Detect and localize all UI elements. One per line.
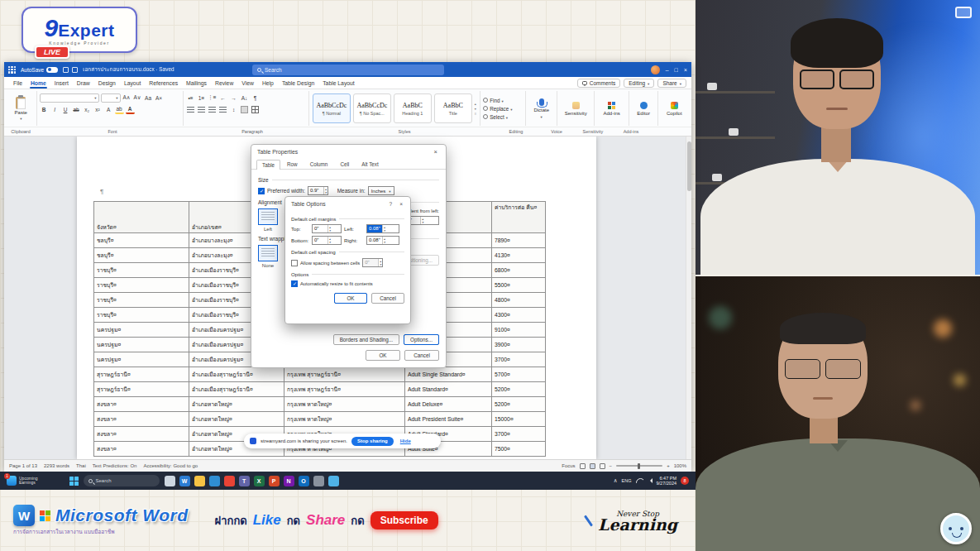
tp-tab-table[interactable]: Table (256, 160, 280, 170)
align-center-icon[interactable] (197, 105, 206, 114)
tab-design[interactable]: Design (94, 79, 120, 88)
table-cell[interactable]: สุราษฎร์ธานี¤ (94, 367, 189, 382)
justify-icon[interactable] (218, 105, 227, 114)
document-title[interactable]: เอกสารประกอบการอบรม.docx ∙ Saved (83, 65, 174, 74)
table-cell[interactable]: 3900¤ (492, 338, 546, 352)
table-cell[interactable]: อำเภอเมืองสุราษฎร์ธานี¤ (189, 382, 284, 397)
maximize-button[interactable]: □ (675, 67, 678, 73)
spinner-arrows-icon[interactable] (382, 237, 386, 244)
clock[interactable]: 6:47 PM9/27/2024 (657, 476, 676, 486)
bottom-margin-spinner[interactable]: 0" (312, 236, 342, 245)
spinner-arrows-icon[interactable] (420, 217, 424, 224)
spinner-arrows-icon[interactable] (323, 187, 327, 194)
multilevel-list-icon[interactable]: ⋮≡ (208, 93, 217, 103)
taskbar-app-settings[interactable] (313, 476, 324, 486)
table-cell[interactable]: Adult President Suite¤ (405, 412, 492, 427)
scrollbar-thumb[interactable] (687, 141, 691, 191)
clear-formatting-icon[interactable]: A× (155, 93, 164, 103)
editing-item-replace[interactable]: Replace (483, 104, 523, 113)
table-cell[interactable]: ราชบุรี¤ (94, 293, 189, 308)
highlight-color-icon[interactable]: ab (115, 105, 124, 114)
style-card[interactable]: AaBbCcDc¶ No Spac... (353, 93, 391, 123)
wifi-icon[interactable] (636, 478, 643, 483)
vertical-scrollbar[interactable] (686, 137, 691, 459)
table-cell[interactable]: กรุงเทพ หาดใหญ่¤ (284, 397, 405, 412)
font-name-dropdown[interactable] (40, 93, 99, 103)
language-switcher[interactable]: ENG (622, 478, 632, 483)
chevron-up-icon[interactable]: ▴ (475, 102, 476, 106)
editing-item-find[interactable]: Find (483, 96, 523, 104)
tp-tab-cell[interactable]: Cell (334, 159, 355, 169)
borders-shading-button[interactable]: Borders and Shading... (333, 334, 399, 345)
dialog-titlebar[interactable]: Table Options ? × (285, 197, 410, 210)
table-cell[interactable]: สงขลา¤ (94, 442, 189, 457)
auto-resize-checkbox[interactable] (291, 280, 298, 287)
table-cell[interactable]: กรุงเทพ สุราษฎร์ธานี¤ (284, 367, 405, 382)
taskbar-app-excel[interactable]: X (254, 476, 265, 486)
to-cancel-button[interactable]: Cancel (371, 293, 404, 304)
indent-icon[interactable]: → (229, 93, 238, 103)
user-avatar[interactable] (651, 65, 660, 74)
tp-ok-button[interactable]: OK (366, 350, 400, 361)
tab-references[interactable]: References (145, 79, 182, 88)
superscript-icon[interactable]: x² (93, 105, 103, 114)
pilcrow-icon[interactable]: ¶ (251, 93, 260, 103)
gallery-expand-icon[interactable]: ≡ (475, 112, 476, 116)
style-card[interactable]: AaBbCcDc¶ Normal (313, 93, 351, 123)
tp-tab-row[interactable]: Row (281, 159, 304, 169)
options-button[interactable]: Options... (404, 334, 439, 345)
strikethrough-icon[interactable]: ab (72, 105, 81, 114)
table-cell[interactable]: สงขลา¤ (94, 412, 189, 427)
zoom-in-icon[interactable]: + (667, 463, 670, 468)
table-cell[interactable]: ชลบุรี¤ (94, 248, 189, 263)
table-cell[interactable]: ชลบุรี¤ (94, 233, 189, 248)
table-cell[interactable]: 6800¤ (492, 263, 546, 278)
zoom-out-icon[interactable]: − (610, 463, 613, 468)
language-indicator[interactable]: Thai (76, 463, 86, 468)
taskbar-app-powerpoint[interactable]: P (269, 476, 280, 486)
table-header-cell[interactable]: ค่าบริการต่อ คืน¤ (492, 202, 546, 233)
tab-insert[interactable]: Insert (50, 79, 73, 88)
tab-table-design[interactable]: Table Design (278, 79, 318, 88)
styles-scroll-arrows[interactable]: ▴▾≡ (475, 102, 476, 116)
taskbar-app-outlook[interactable]: O (299, 476, 309, 486)
tab-table-layout[interactable]: Table Layout (318, 79, 359, 88)
tab-file[interactable]: File (9, 79, 26, 88)
table-header-cell[interactable]: จังหวัด¤ (94, 202, 189, 233)
bullets-icon[interactable]: •≡ (186, 93, 195, 103)
grow-font-icon[interactable]: A∧ (122, 93, 131, 103)
table-cell[interactable]: นครปฐม¤ (94, 338, 189, 352)
table-cell[interactable]: อำเภอหาดใหญ่¤ (189, 412, 284, 427)
table-cell[interactable]: 3700¤ (492, 427, 546, 442)
taskbar-app-snipping-tool[interactable] (328, 476, 339, 486)
sort-icon[interactable]: A↓ (240, 93, 249, 103)
preferred-width-checkbox[interactable] (258, 188, 265, 194)
table-cell[interactable]: Adult Deluxe¤ (405, 397, 492, 412)
read-mode-icon[interactable] (580, 463, 586, 469)
spinner-arrows-icon[interactable] (327, 237, 332, 244)
hide-button[interactable]: Hide (398, 438, 414, 443)
table-cell[interactable]: 7500¤ (492, 442, 546, 457)
close-button[interactable]: × (684, 67, 687, 73)
style-card[interactable]: AaBbCTitle (434, 93, 472, 123)
tab-home[interactable]: Home (26, 79, 50, 88)
taskbar-app-task-view[interactable] (165, 476, 175, 486)
table-cell[interactable]: 5200¤ (492, 382, 546, 397)
zoom-slider[interactable] (616, 465, 662, 467)
undo-icon[interactable] (72, 67, 78, 73)
addins-button[interactable]: Add-ins (597, 92, 625, 125)
accessibility-status[interactable]: Accessibility: Good to go (143, 463, 198, 468)
taskbar-app-word[interactable]: W (179, 476, 190, 486)
tab-draw[interactable]: Draw (73, 79, 94, 88)
table-cell[interactable]: 4300¤ (492, 308, 546, 323)
table-cell[interactable]: 9100¤ (492, 323, 546, 338)
focus-mode[interactable]: Focus (562, 463, 575, 468)
notification-center-badge[interactable]: 8 (681, 477, 689, 485)
close-icon[interactable]: × (398, 201, 404, 207)
align-left-icon[interactable] (186, 105, 195, 114)
borders-icon[interactable] (251, 105, 260, 114)
table-cell[interactable]: 5700¤ (492, 367, 546, 382)
top-margin-spinner[interactable]: 0" (312, 224, 342, 233)
print-layout-icon[interactable] (590, 463, 595, 469)
zoom-level[interactable]: 100% (674, 463, 686, 468)
